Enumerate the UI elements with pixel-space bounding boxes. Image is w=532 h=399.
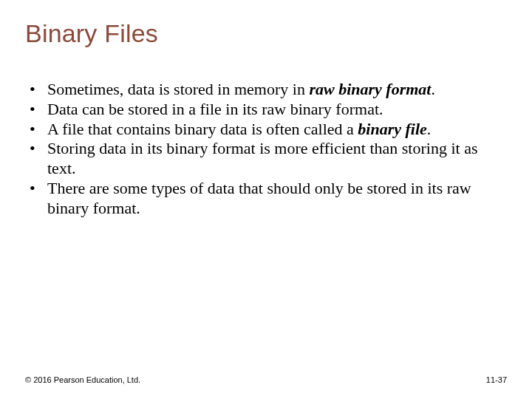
bullet-text: Storing data in its binary format is mor… — [47, 139, 477, 177]
bullet-text: . — [427, 120, 432, 138]
bullet-list: Sometimes, data is stored in memory in r… — [27, 80, 495, 219]
list-item: Storing data in its binary format is mor… — [27, 139, 495, 179]
slide-content: Sometimes, data is stored in memory in r… — [27, 80, 495, 219]
list-item: Sometimes, data is stored in memory in r… — [27, 80, 495, 100]
list-item: Data can be stored in a file in its raw … — [27, 100, 495, 120]
slide: Binary Files Sometimes, data is stored i… — [0, 0, 532, 399]
list-item: A file that contains binary data is ofte… — [27, 120, 495, 140]
footer-page-number: 11-37 — [486, 375, 507, 384]
bullet-text: Data can be stored in a file in its raw … — [47, 100, 383, 118]
bullet-text: A file that contains binary data is ofte… — [47, 120, 358, 138]
emphasis-text: binary file — [358, 120, 427, 138]
footer-copyright: © 2016 Pearson Education, Ltd. — [25, 375, 140, 384]
bullet-text: . — [431, 80, 435, 98]
bullet-text: There are some types of data that should… — [47, 179, 471, 217]
bullet-text: Sometimes, data is stored in memory in — [47, 80, 309, 98]
slide-title: Binary Files — [25, 19, 158, 48]
emphasis-text: raw binary format — [309, 80, 431, 98]
list-item: There are some types of data that should… — [27, 179, 495, 219]
